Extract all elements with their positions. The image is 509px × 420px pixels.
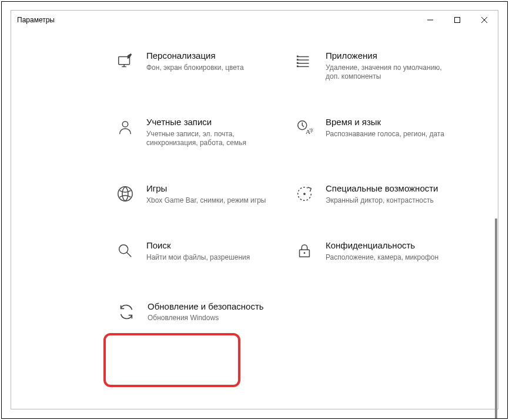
scrollbar[interactable] bbox=[488, 48, 498, 409]
maximize-button[interactable] bbox=[444, 11, 471, 29]
settings-grid: Персонализация Фон, экран блокировки, цв… bbox=[111, 47, 452, 266]
accounts-icon bbox=[115, 117, 136, 138]
search-icon bbox=[115, 240, 136, 261]
tile-apps[interactable]: Приложения Удаление, значения по умолчан… bbox=[290, 47, 452, 85]
tile-personalization[interactable]: Персонализация Фон, экран блокировки, цв… bbox=[111, 47, 273, 85]
tile-desc: Фон, экран блокировки, цвета bbox=[146, 63, 269, 73]
tile-title: Персонализация bbox=[146, 51, 269, 62]
apps-icon bbox=[294, 51, 315, 72]
screenshot-frame: Параметры bbox=[1, 1, 508, 419]
svg-point-14 bbox=[118, 187, 132, 201]
update-icon bbox=[116, 301, 137, 322]
svg-point-18 bbox=[304, 253, 306, 254]
gaming-icon bbox=[115, 183, 136, 204]
content-area: Персонализация Фон, экран блокировки, цв… bbox=[11, 29, 498, 409]
personalization-icon bbox=[115, 51, 136, 72]
tile-accounts[interactable]: Учетные записи Учетные записи, эл. почта… bbox=[111, 113, 273, 152]
last-row: Обновление и безопасность Обновления Win… bbox=[111, 294, 282, 330]
scrollbar-thumb[interactable] bbox=[495, 219, 497, 418]
tile-title: Поиск bbox=[146, 240, 269, 251]
titlebar: Параметры bbox=[11, 11, 498, 29]
tile-title: Время и язык bbox=[326, 117, 448, 128]
svg-point-10 bbox=[122, 122, 128, 127]
tile-desc: Найти мои файлы, разрешения bbox=[146, 253, 269, 263]
tile-desc: Удаление, значения по умолчанию, доп. ко… bbox=[326, 63, 448, 82]
svg-text:字: 字 bbox=[309, 128, 314, 133]
tile-search[interactable]: Поиск Найти мои файлы, разрешения bbox=[111, 237, 273, 266]
settings-window: Параметры bbox=[11, 10, 498, 409]
svg-rect-5 bbox=[297, 59, 299, 61]
tile-title: Конфиденциальность bbox=[326, 240, 448, 251]
tile-desc: Распознавание голоса, регион, дата bbox=[326, 130, 448, 139]
tile-desc: Расположение, камера, микрофон bbox=[326, 253, 448, 263]
tile-desc: Учетные записи, эл. почта, синхронизация… bbox=[146, 130, 269, 148]
tile-title: Специальные возможности bbox=[326, 183, 448, 194]
highlight-annotation bbox=[103, 333, 240, 387]
tile-desc: Xbox Game Bar, снимки, режим игры bbox=[146, 196, 269, 206]
ease-of-access-icon bbox=[294, 183, 315, 204]
tile-title: Игры bbox=[146, 183, 269, 194]
window-controls bbox=[417, 11, 498, 29]
tile-privacy[interactable]: Конфиденциальность Расположение, камера,… bbox=[290, 237, 452, 266]
window-title: Параметры bbox=[17, 16, 55, 24]
close-button[interactable] bbox=[471, 11, 498, 29]
tile-title: Обновление и безопасность bbox=[148, 301, 277, 313]
privacy-icon bbox=[294, 240, 315, 261]
tile-ease-of-access[interactable]: Специальные возможности Экранный диктор,… bbox=[290, 180, 452, 209]
tile-gaming[interactable]: Игры Xbox Game Bar, снимки, режим игры bbox=[111, 180, 273, 209]
svg-point-16 bbox=[119, 245, 128, 254]
svg-rect-3 bbox=[297, 56, 299, 58]
svg-point-15 bbox=[303, 193, 306, 195]
minimize-button[interactable] bbox=[417, 11, 444, 29]
svg-rect-7 bbox=[297, 62, 299, 64]
time-language-icon: A 字 bbox=[294, 117, 315, 138]
tile-title: Учетные записи bbox=[146, 117, 269, 128]
svg-rect-9 bbox=[297, 66, 299, 68]
svg-rect-0 bbox=[455, 18, 460, 23]
tile-desc: Экранный диктор, контрастность bbox=[326, 196, 448, 206]
tile-update-security[interactable]: Обновление и безопасность Обновления Win… bbox=[111, 294, 282, 330]
tile-title: Приложения bbox=[326, 51, 448, 62]
tile-time-language[interactable]: A 字 Время и язык Распознавание голоса, р… bbox=[290, 113, 452, 152]
tile-desc: Обновления Windows bbox=[148, 314, 277, 323]
